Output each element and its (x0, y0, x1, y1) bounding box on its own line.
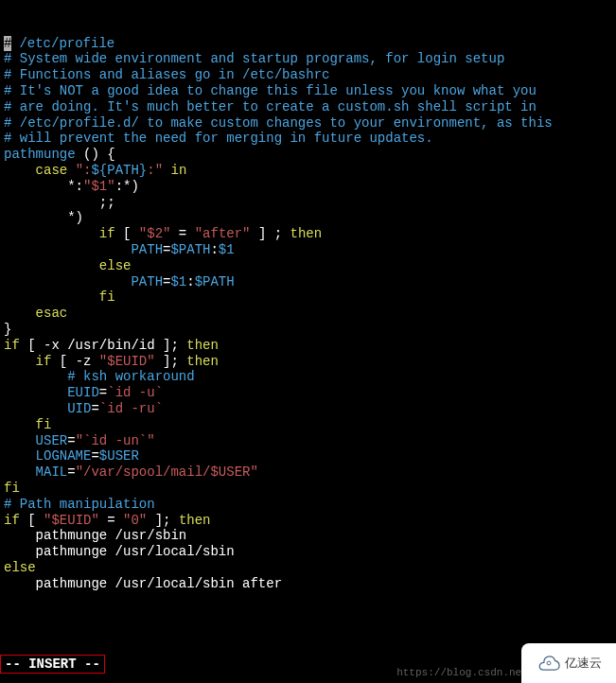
code-line[interactable]: *) (4, 210, 612, 226)
code-line[interactable]: if [ "$EUID" = "0" ]; then (4, 513, 612, 529)
logo-text: 亿速云 (565, 656, 602, 671)
code-line[interactable]: # will prevent the need for merging in f… (4, 131, 612, 147)
code-line[interactable]: if [ -z "$EUID" ]; then (4, 354, 612, 370)
code-line[interactable]: LOGNAME=$USER (4, 448, 612, 464)
code-line[interactable]: pathmunge /usr/local/sbin (4, 544, 612, 560)
code-line[interactable]: # are doing. It's much better to create … (4, 99, 612, 115)
watermark-text: https://blog.csdn.net/q (396, 667, 540, 679)
code-line[interactable]: # /etc/profile.d/ to make custom changes… (4, 115, 612, 131)
code-line[interactable]: ;; (4, 195, 612, 211)
code-line[interactable]: if [ -x /usr/bin/id ]; then (4, 338, 612, 354)
code-line[interactable]: fi (4, 289, 612, 306)
code-line[interactable]: PATH=$1:$PATH (4, 274, 612, 290)
terminal-editor[interactable]: # /etc/profile# System wide environment … (0, 0, 616, 611)
logo-badge: 亿速云 (521, 643, 616, 683)
code-line[interactable]: MAIL="/var/spool/mail/$USER" (4, 464, 612, 481)
code-line[interactable]: fi (4, 481, 612, 497)
code-line[interactable]: pathmunge /usr/local/sbin after (4, 576, 612, 592)
code-line[interactable]: } (4, 322, 612, 338)
editor-content[interactable]: # /etc/profile# System wide environment … (4, 36, 612, 592)
code-line[interactable]: # ksh workaround (4, 369, 612, 385)
code-line[interactable]: *:"$1":*) (4, 179, 612, 195)
code-line[interactable]: if [ "$2" = "after" ] ; then (4, 226, 612, 242)
code-line[interactable]: fi (4, 417, 612, 433)
vim-mode-indicator: -- INSERT -- (0, 655, 105, 674)
code-line[interactable]: pathmunge () { (4, 147, 612, 163)
code-line[interactable]: EUID=`id -u` (4, 385, 612, 401)
code-line[interactable]: # It's NOT a good idea to change this fi… (4, 83, 612, 99)
code-line[interactable]: pathmunge /usr/sbin (4, 528, 612, 544)
code-line[interactable]: USER="`id -un`" (4, 433, 612, 449)
code-line[interactable]: else (4, 560, 612, 576)
code-line[interactable]: # /etc/profile (4, 36, 612, 52)
svg-point-0 (547, 661, 551, 665)
code-line[interactable]: case ":${PATH}:" in (4, 163, 612, 179)
code-line[interactable]: # System wide environment and startup pr… (4, 51, 612, 67)
code-line[interactable]: esac (4, 306, 612, 322)
code-line[interactable]: else (4, 258, 612, 274)
cursor: # (4, 36, 11, 52)
cloud-icon (537, 655, 561, 672)
code-line[interactable]: # Functions and aliases go in /etc/bashr… (4, 67, 612, 83)
code-line[interactable]: UID=`id -ru` (4, 401, 612, 417)
code-line[interactable]: # Path manipulation (4, 497, 612, 513)
code-line[interactable]: PATH=$PATH:$1 (4, 242, 612, 258)
